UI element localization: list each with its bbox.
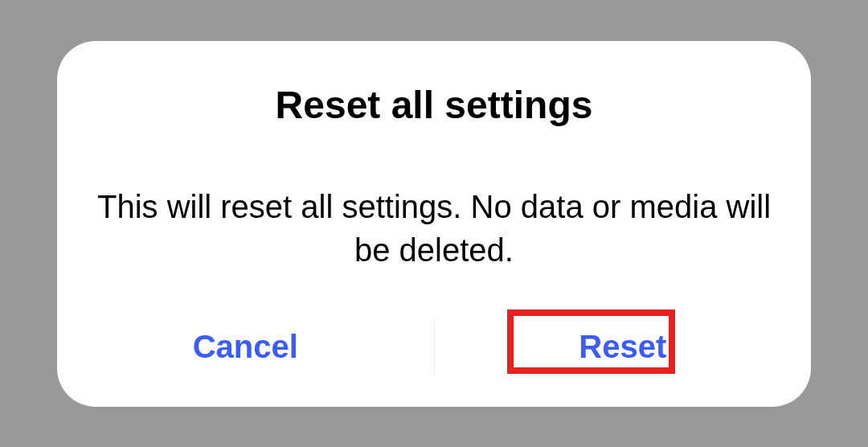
dialog-title: Reset all settings [57,83,811,127]
reset-button[interactable]: Reset [559,319,686,375]
cancel-slot: Cancel [57,302,434,392]
reset-settings-dialog: Reset all settings This will reset all s… [57,41,811,407]
dialog-body-text: This will reset all settings. No data or… [57,185,811,272]
cancel-button[interactable]: Cancel [174,319,317,375]
dialog-actions: Cancel Reset [57,302,811,392]
confirm-slot: Reset [435,302,812,392]
